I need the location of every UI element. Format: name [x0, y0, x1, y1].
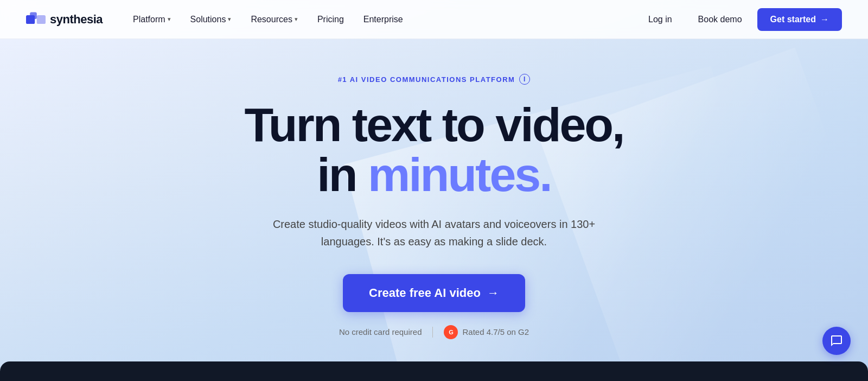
- hero-title-highlight: minutes.: [368, 148, 551, 201]
- g2-icon-text: G: [449, 329, 454, 335]
- nav-enterprise-label: Enterprise: [363, 15, 403, 24]
- g2-rating-text: Rated 4.7/5 on G2: [462, 327, 529, 336]
- platform-chevron-icon: ▾: [168, 16, 171, 23]
- nav-pricing-label: Pricing: [317, 15, 344, 24]
- logo-text: synthesia: [50, 12, 103, 27]
- info-icon[interactable]: i: [519, 74, 530, 85]
- chat-icon: [830, 334, 843, 347]
- logo-link[interactable]: synthesia: [26, 12, 103, 27]
- nav-enterprise[interactable]: Enterprise: [355, 10, 412, 29]
- logo-icon: [26, 12, 46, 27]
- get-started-label: Get started: [770, 15, 816, 24]
- hero-meta: No credit card required G Rated 4.7/5 on…: [339, 325, 529, 339]
- svg-rect-2: [30, 12, 37, 19]
- badge-text: #1 AI VIDEO COMMUNICATIONS PLATFORM: [338, 75, 515, 84]
- hero-title-line2-plain: in: [317, 148, 368, 201]
- navbar: synthesia Platform ▾ Solutions ▾ Resourc…: [0, 0, 868, 39]
- resources-chevron-icon: ▾: [295, 16, 298, 23]
- nav-links: Platform ▾ Solutions ▾ Resources ▾ Prici…: [124, 10, 637, 29]
- nav-resources[interactable]: Resources ▾: [242, 10, 306, 29]
- cta-label: Create free AI video: [369, 286, 481, 300]
- meta-divider: [432, 327, 433, 338]
- no-credit-card-text: No credit card required: [339, 327, 422, 336]
- cta-arrow-icon: →: [487, 286, 499, 300]
- nav-platform[interactable]: Platform ▾: [124, 10, 180, 29]
- nav-solutions[interactable]: Solutions ▾: [182, 10, 240, 29]
- login-button[interactable]: Log in: [637, 9, 683, 30]
- hero-section: #1 AI VIDEO COMMUNICATIONS PLATFORM i Tu…: [0, 39, 868, 339]
- svg-rect-1: [37, 15, 46, 23]
- g2-icon: G: [444, 325, 458, 339]
- nav-pricing[interactable]: Pricing: [309, 10, 353, 29]
- nav-resources-label: Resources: [251, 15, 292, 24]
- hero-title: Turn text to video, in minutes.: [244, 100, 623, 200]
- solutions-chevron-icon: ▾: [228, 16, 231, 23]
- nav-solutions-label: Solutions: [190, 15, 226, 24]
- bottom-bar: [0, 361, 868, 381]
- nav-platform-label: Platform: [133, 15, 165, 24]
- get-started-arrow-icon: →: [820, 15, 829, 24]
- hero-subtitle: Create studio-quality videos with AI ava…: [260, 215, 608, 250]
- hero-title-line1: Turn text to video,: [244, 98, 623, 151]
- nav-right: Log in Book demo Get started →: [637, 8, 842, 31]
- g2-badge: G Rated 4.7/5 on G2: [444, 325, 529, 339]
- chat-bubble-button[interactable]: [822, 327, 851, 355]
- book-demo-button[interactable]: Book demo: [687, 9, 753, 30]
- get-started-button[interactable]: Get started →: [757, 8, 842, 31]
- hero-badge: #1 AI VIDEO COMMUNICATIONS PLATFORM i: [338, 74, 531, 85]
- cta-button[interactable]: Create free AI video →: [343, 274, 525, 312]
